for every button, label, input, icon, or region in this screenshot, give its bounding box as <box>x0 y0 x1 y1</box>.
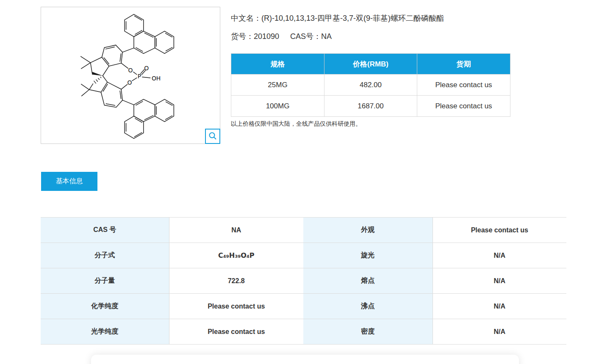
basic-label-cas: CAS 号 <box>41 218 169 243</box>
tab-basic-info[interactable]: 基本信息 <box>41 172 97 191</box>
price-cell-spec: 100MG <box>231 96 324 117</box>
basic-label-density: 密度 <box>303 319 433 345</box>
basic-label-appearance: 外观 <box>303 218 433 243</box>
price-header-leadtime: 货期 <box>417 54 510 74</box>
next-section-shadow <box>91 355 519 364</box>
product-structure-box: O O P O OH <box>41 7 220 144</box>
basic-value-molweight: 722.8 <box>169 268 303 294</box>
atom-label-o2: O <box>128 79 132 86</box>
basic-label-rotation: 旋光 <box>303 243 433 268</box>
price-table: 规格 价格(RMB) 货期 25MG 482.00 Please contact… <box>231 53 510 117</box>
basic-value-melting: N/A <box>433 268 566 294</box>
image-zoom-button[interactable] <box>205 129 220 144</box>
price-cell-leadtime: Please contact us <box>417 74 510 96</box>
price-cell-leadtime: Please contact us <box>417 96 510 117</box>
basic-label-boiling: 沸点 <box>303 294 433 319</box>
basic-label-formula: 分子式 <box>41 243 169 268</box>
price-header-price: 价格(RMB) <box>324 54 417 74</box>
product-cn-name-line: 中文名：(R)-10,10,13,13-四甲基-3,7-双(9-菲基)螺环二酚磷… <box>231 13 444 23</box>
table-row: 光学纯度 Please contact us 密度 N/A <box>41 319 566 345</box>
price-cell-spec: 25MG <box>231 74 324 96</box>
price-cell-price: 1687.00 <box>324 96 417 117</box>
table-row: CAS 号 NA 外观 Please contact us <box>41 218 566 243</box>
cas-label: CAS号： <box>290 32 321 41</box>
molecule-structure: O O P O OH <box>41 7 220 143</box>
price-header-spec: 规格 <box>231 54 324 74</box>
basic-label-melting: 熔点 <box>303 268 433 294</box>
basic-info-table: CAS 号 NA 外观 Please contact us 分子式 C₄₉H₃₉… <box>41 217 566 345</box>
basic-label-molweight: 分子量 <box>41 268 169 294</box>
product-info: 中文名：(R)-10,10,13,13-四甲基-3,7-双(9-菲基)螺环二酚磷… <box>231 13 444 41</box>
atom-label-oh: OH <box>152 75 161 82</box>
basic-value-opt-purity: Please contact us <box>169 319 303 345</box>
atom-label-o1: O <box>128 67 133 74</box>
cas-value: NA <box>321 32 332 41</box>
basic-label-opt-purity: 光学纯度 <box>41 319 169 345</box>
basic-value-cas: NA <box>169 218 303 243</box>
table-row: 分子式 C₄₉H₃₉O₄P 旋光 N/A <box>41 243 566 268</box>
price-note: 以上价格仅限中国大陆，全线产品仅供科研使用。 <box>231 120 361 128</box>
basic-value-boiling: N/A <box>433 294 566 319</box>
table-row: 化学纯度 Please contact us 沸点 N/A <box>41 294 566 319</box>
cn-name-label: 中文名： <box>231 14 261 22</box>
atom-label-o-double: O <box>144 65 149 72</box>
basic-value-density: N/A <box>433 319 566 345</box>
cn-name-value: (R)-10,10,13,13-四甲基-3,7-双(9-菲基)螺环二酚磷酸酯 <box>261 14 444 22</box>
sku-label: 货号： <box>231 32 254 41</box>
magnifier-icon <box>208 132 217 141</box>
atom-label-p: P <box>138 73 141 80</box>
price-cell-price: 482.00 <box>324 74 417 96</box>
price-table-header-row: 规格 价格(RMB) 货期 <box>231 54 510 74</box>
basic-value-chem-purity: Please contact us <box>169 294 303 319</box>
basic-value-rotation: N/A <box>433 243 566 268</box>
basic-label-chem-purity: 化学纯度 <box>41 294 169 319</box>
basic-value-formula: C₄₉H₃₉O₄P <box>169 243 303 268</box>
table-row: 分子量 722.8 熔点 N/A <box>41 268 566 294</box>
price-row: 25MG 482.00 Please contact us <box>231 74 510 96</box>
sku-value: 201090 <box>254 32 279 41</box>
product-sku-line: 货号：201090CAS号：NA <box>231 31 444 41</box>
basic-value-appearance: Please contact us <box>433 218 566 243</box>
price-row: 100MG 1687.00 Please contact us <box>231 96 510 117</box>
